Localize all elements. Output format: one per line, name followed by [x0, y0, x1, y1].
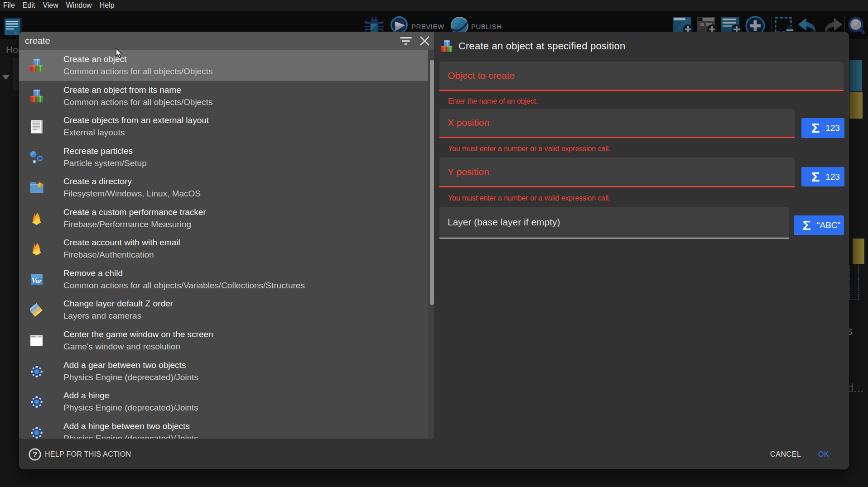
search-bar[interactable]: create [19, 32, 434, 50]
y-field-label: Y position [448, 167, 489, 177]
sigma-icon: Σ [803, 218, 811, 233]
document-icon [30, 120, 43, 134]
list-item[interactable]: Add a hingePhysics Engine (deprecated)/J… [19, 387, 434, 417]
var-icon [30, 273, 43, 286]
list-item[interactable]: Change layer default Z orderLayers and c… [19, 295, 434, 325]
list-item-subtitle: Particle system/Setup [63, 158, 147, 168]
gear-icon [30, 426, 43, 439]
list-item-title: Create an object from its name [63, 85, 181, 95]
window-icon [30, 334, 43, 348]
svg-text:?: ? [33, 450, 37, 458]
object-to-create-field[interactable]: Object to create [439, 62, 844, 91]
scene-text-fragment: d... [847, 381, 863, 395]
list-item[interactable]: Create an object from its nameCommon act… [19, 81, 434, 112]
list-item-title: Add a hinge between two objects [63, 421, 190, 431]
list-item[interactable]: Remove a childCommon actions for all obj… [19, 264, 434, 295]
close-icon[interactable] [420, 36, 429, 46]
search-icon[interactable] [847, 16, 867, 36]
scene-object-olive [849, 92, 863, 119]
x-position-field[interactable]: X position [439, 109, 795, 138]
menu-help[interactable]: Help [100, 1, 115, 10]
create-object-icon [441, 40, 453, 53]
object-field-label: Object to create [448, 70, 515, 81]
debugger-icon[interactable] [362, 16, 385, 33]
menu-file[interactable]: File [3, 1, 15, 10]
y-position-field[interactable]: Y position [439, 158, 795, 187]
list-item-subtitle: Game's window and resolution [63, 342, 180, 352]
list-item-subtitle: Filesystem/Windows, Linux, MacOS [63, 189, 201, 199]
x-field-label: X position [448, 117, 489, 128]
layer-field-label: Layer (base layer if empty) [448, 217, 560, 228]
list-item[interactable]: Create an objectCommon actions for all o… [19, 50, 434, 81]
instruction-selector-dialog: create Create an objectCommon actions fo… [19, 32, 849, 469]
x-expression-tag: 123 [825, 123, 840, 133]
cancel-button[interactable]: CANCEL [763, 447, 809, 462]
list-item[interactable]: Create objects from an external layoutEx… [19, 111, 434, 142]
chevron-down-icon [2, 75, 10, 80]
list-item-title: Center the game window on the screen [63, 329, 213, 339]
list-item-subtitle: Firebase/Performance Measuring [63, 220, 191, 229]
preview-button[interactable]: PREVIEW [411, 23, 444, 30]
flame-icon [30, 212, 43, 225]
list-item-title: Add a hinge [63, 391, 109, 401]
layer-expression-tag: "ABC" [817, 220, 841, 230]
list-item-title: Change layer default Z order [63, 299, 173, 309]
dialog-footer: ? HELP FOR THIS ACTION CANCEL OK [19, 439, 849, 469]
list-item-title: Create objects from an external layout [63, 115, 209, 125]
list-item-title: Create account with with email [63, 238, 180, 248]
menu-edit[interactable]: Edit [23, 1, 35, 10]
sigma-icon: Σ [811, 120, 820, 136]
menu-bar: FileEditViewWindowHelp [0, 0, 868, 11]
list-item-subtitle: Firebase/Authentication [63, 250, 154, 260]
instruction-config-pane: Create an object at specified position O… [434, 32, 849, 439]
scene-selection-rect [849, 265, 859, 300]
mouse-cursor [116, 48, 123, 58]
y-expression-button[interactable]: Σ 123 [801, 167, 844, 186]
list-item-subtitle: Physics Engine (deprecated)/Joints [63, 372, 198, 382]
list-item[interactable]: Create a custom performance trackerFireb… [19, 203, 434, 234]
results-list: Create an objectCommon actions for all o… [19, 50, 434, 439]
list-item-subtitle: Common actions for all objects/Objects [63, 97, 212, 107]
list-item[interactable]: Create account with with emailFirebase/A… [19, 234, 434, 264]
list-item-title: Create a custom performance tracker [63, 207, 206, 217]
y-expression-tag: 123 [825, 172, 840, 182]
flame-icon [30, 242, 43, 256]
scene-object-gold [853, 239, 864, 264]
publish-button[interactable]: PUBLISH [471, 23, 502, 30]
layers-icon [30, 303, 43, 317]
help-button[interactable]: ? HELP FOR THIS ACTION [29, 439, 131, 469]
sigma-icon: Σ [811, 169, 820, 185]
menu-view[interactable]: View [43, 1, 58, 10]
list-item[interactable]: Center the game window on the screenGame… [19, 325, 434, 356]
y-field-error: You must enter a number or a valid expre… [448, 194, 611, 202]
list-item-title: Remove a child [63, 268, 123, 278]
scrollbar-thumb[interactable] [430, 60, 434, 305]
list-item[interactable]: Create a directoryFilesystem/Windows, Li… [19, 172, 434, 203]
cubes-icon [30, 59, 43, 72]
layer-expression-button[interactable]: Σ "ABC" [794, 215, 844, 235]
list-item[interactable]: Add a hinge between two objectsPhysics E… [19, 417, 434, 439]
x-field-error: You must enter a number or a valid expre… [448, 145, 611, 153]
instruction-list-pane: create Create an objectCommon actions fo… [19, 32, 434, 439]
list-item-subtitle: Physics Engine (deprecated)/Joints [63, 403, 198, 413]
ok-button[interactable]: OK [811, 447, 836, 462]
search-input[interactable]: create [25, 36, 434, 46]
list-item[interactable]: Recreate particlesParticle system/Setup [19, 142, 434, 173]
list-item-subtitle: External layouts [63, 128, 125, 138]
x-expression-button[interactable]: Σ 123 [801, 118, 844, 138]
list-item[interactable]: Add a gear between two objectsPhysics En… [19, 356, 434, 387]
list-item-subtitle: Common actions for all objects/Variables… [63, 281, 305, 291]
layer-field[interactable]: Layer (base layer if empty) [439, 207, 789, 239]
scene-object-teal [849, 60, 862, 91]
filter-icon[interactable] [400, 37, 412, 45]
help-button-label: HELP FOR THIS ACTION [45, 450, 131, 458]
help-icon: ? [29, 448, 41, 461]
panel-title: Create an object at specified position [458, 40, 625, 52]
cubes-icon [30, 90, 43, 103]
gear-icon [30, 365, 43, 378]
menu-window[interactable]: Window [66, 1, 92, 10]
particles-icon [30, 151, 43, 164]
list-item-title: Create a directory [63, 177, 132, 186]
preview-play-icon[interactable] [390, 16, 408, 34]
list-item-subtitle: Physics Engine (deprecated)/Joints [63, 434, 198, 439]
